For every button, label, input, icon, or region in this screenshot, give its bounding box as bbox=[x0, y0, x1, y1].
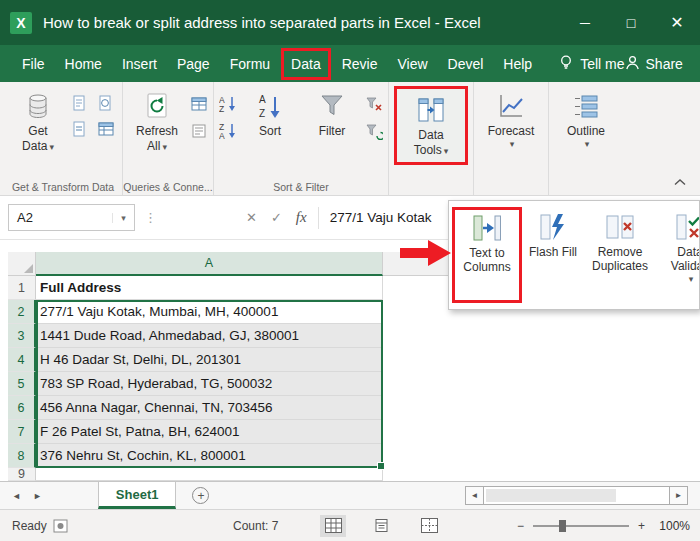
row-header-8[interactable]: 8 bbox=[8, 444, 36, 468]
column-header-a[interactable]: A bbox=[36, 252, 383, 276]
tab-developer[interactable]: Devel bbox=[438, 47, 494, 81]
cell-b5[interactable] bbox=[383, 372, 700, 396]
zoom-in-button[interactable]: + bbox=[638, 519, 645, 533]
scroll-right-icon[interactable]: ► bbox=[669, 486, 688, 505]
tab-page-layout[interactable]: Page bbox=[167, 47, 220, 81]
new-sheet-button[interactable]: + bbox=[192, 487, 209, 504]
cell-a1[interactable]: Full Address bbox=[36, 276, 383, 300]
macro-record-icon[interactable] bbox=[50, 517, 70, 535]
new-query-icon[interactable] bbox=[71, 94, 89, 112]
get-data-button[interactable]: Get Data▾ bbox=[9, 86, 67, 154]
zoom-level[interactable]: 100% bbox=[654, 519, 690, 533]
tab-insert[interactable]: Insert bbox=[112, 47, 167, 81]
from-table-icon[interactable] bbox=[97, 120, 115, 138]
close-button[interactable]: ✕ bbox=[654, 0, 700, 45]
tab-review[interactable]: Revie bbox=[332, 47, 388, 81]
refresh-all-button[interactable]: Refresh All▾ bbox=[128, 86, 186, 154]
collapse-ribbon-button[interactable] bbox=[672, 176, 688, 188]
share-button[interactable]: Share bbox=[625, 55, 683, 73]
status-count[interactable]: Count: 7 bbox=[233, 519, 278, 533]
cell-b9[interactable] bbox=[383, 468, 700, 481]
zoom-slider[interactable] bbox=[533, 525, 629, 527]
minimize-button[interactable]: ─ bbox=[562, 0, 608, 45]
scrollbar-thumb[interactable] bbox=[486, 489, 616, 502]
grid-row-8: 8 376 Nehru St, Cochin, KL, 800001 bbox=[8, 444, 700, 468]
queries-small-buttons bbox=[190, 86, 208, 140]
cell-b8[interactable] bbox=[383, 444, 700, 468]
row-header-5[interactable]: 5 bbox=[8, 372, 36, 396]
sort-za-icon[interactable]: ZA bbox=[219, 122, 237, 140]
normal-view-icon[interactable] bbox=[320, 515, 346, 537]
page-break-view-icon[interactable] bbox=[416, 515, 442, 537]
row-header-9[interactable]: 9 bbox=[8, 468, 36, 481]
cancel-entry-icon[interactable]: ✕ bbox=[246, 210, 257, 225]
tab-file[interactable]: File bbox=[12, 47, 55, 81]
formula-content[interactable]: 277/1 Vaju Kotak bbox=[330, 210, 432, 225]
dropdown-caret-icon: ▾ bbox=[162, 142, 167, 152]
recent-sources-icon[interactable] bbox=[97, 94, 115, 112]
data-tools-label-2: Tools bbox=[414, 143, 442, 157]
zoom-slider-thumb[interactable] bbox=[559, 520, 566, 532]
page-layout-view-icon[interactable] bbox=[368, 515, 394, 537]
scroll-left-icon[interactable]: ◄ bbox=[465, 486, 484, 505]
row-header-6[interactable]: 6 bbox=[8, 396, 36, 420]
enter-entry-icon[interactable]: ✓ bbox=[271, 210, 282, 225]
tab-help[interactable]: Help bbox=[493, 47, 542, 81]
forecast-button[interactable]: Forecast ▾ bbox=[479, 86, 543, 150]
row-header-3[interactable]: 3 bbox=[8, 324, 36, 348]
horizontal-scrollbar[interactable]: ◄ ► bbox=[465, 486, 688, 505]
select-all-corner[interactable] bbox=[8, 252, 36, 276]
maximize-button[interactable]: □ bbox=[608, 0, 654, 45]
cell-a9[interactable] bbox=[36, 468, 383, 481]
tab-data[interactable]: Data bbox=[281, 48, 331, 80]
sheet-tab-sheet1[interactable]: Sheet1 bbox=[98, 482, 177, 509]
sort-small-buttons: AZ ZA bbox=[219, 86, 237, 140]
remove-duplicates-button[interactable]: Remove Duplicates bbox=[584, 207, 656, 303]
flash-fill-button[interactable]: Flash Fill bbox=[522, 207, 584, 303]
sheet-nav-left-icon[interactable]: ◄ bbox=[12, 491, 21, 501]
properties-icon[interactable] bbox=[190, 122, 208, 140]
clear-filter-icon[interactable] bbox=[365, 95, 383, 113]
row-header-2[interactable]: 2 bbox=[8, 300, 36, 324]
tab-view[interactable]: View bbox=[387, 47, 437, 81]
cell-a2[interactable]: 277/1 Vaju Kotak, Mumbai, MH, 400001 bbox=[36, 300, 383, 324]
cell-b7[interactable] bbox=[383, 420, 700, 444]
text-to-columns-button[interactable]: Text to Columns bbox=[452, 207, 522, 303]
title-bar: X How to break or split address into sep… bbox=[0, 0, 700, 45]
sheet-nav-right-icon[interactable]: ► bbox=[33, 491, 42, 501]
row-header-4[interactable]: 4 bbox=[8, 348, 36, 372]
zoom-out-button[interactable]: − bbox=[517, 519, 524, 533]
outline-button[interactable]: Outline ▾ bbox=[554, 86, 618, 150]
row-header-7[interactable]: 7 bbox=[8, 420, 36, 444]
name-box-caret-icon[interactable]: ▾ bbox=[112, 213, 134, 223]
cell-a4[interactable]: H 46 Dadar St, Delhi, DL, 201301 bbox=[36, 348, 383, 372]
grid-row-9: 9 bbox=[8, 468, 700, 481]
cell-a6[interactable]: 456 Anna Nagar, Chennai, TN, 703456 bbox=[36, 396, 383, 420]
cell-a5[interactable]: 783 SP Road, Hyderabad, TG, 500032 bbox=[36, 372, 383, 396]
sheet-tab-bar: ◄ ► Sheet1 + ◄ ► bbox=[0, 481, 700, 509]
queries-connections-icon[interactable] bbox=[190, 95, 208, 113]
refresh-all-label-2: All bbox=[147, 139, 160, 153]
group-label-sort-filter: Sort & Filter bbox=[214, 181, 388, 193]
zoom-controls: − + 100% bbox=[517, 519, 690, 533]
scrollbar-track[interactable] bbox=[484, 486, 669, 505]
cell-b6[interactable] bbox=[383, 396, 700, 420]
reapply-filter-icon[interactable] bbox=[365, 122, 383, 140]
sort-az-icon[interactable]: AZ bbox=[219, 95, 237, 113]
cell-a8[interactable]: 376 Nehru St, Cochin, KL, 800001 bbox=[36, 444, 383, 468]
sort-button[interactable]: AZ Sort bbox=[241, 86, 299, 139]
existing-connections-icon[interactable] bbox=[71, 120, 89, 138]
tab-formulas[interactable]: Formu bbox=[220, 47, 280, 81]
name-box[interactable]: A2 ▾ bbox=[8, 204, 135, 231]
tab-home[interactable]: Home bbox=[55, 47, 112, 81]
cell-b3[interactable] bbox=[383, 324, 700, 348]
cell-b4[interactable] bbox=[383, 348, 700, 372]
cell-a3[interactable]: 1441 Dude Road, Ahmedabad, GJ, 380001 bbox=[36, 324, 383, 348]
data-tools-button[interactable]: Data Tools▾ bbox=[394, 86, 468, 165]
tell-me-box[interactable]: Tell me bbox=[558, 54, 624, 73]
row-header-1[interactable]: 1 bbox=[8, 276, 36, 300]
filter-button[interactable]: Filter bbox=[303, 86, 361, 139]
insert-function-icon[interactable]: fx bbox=[296, 209, 307, 226]
cell-a7[interactable]: F 26 Patel St, Patna, BH, 624001 bbox=[36, 420, 383, 444]
data-validation-button[interactable]: Data Validati ▾ bbox=[656, 207, 700, 303]
